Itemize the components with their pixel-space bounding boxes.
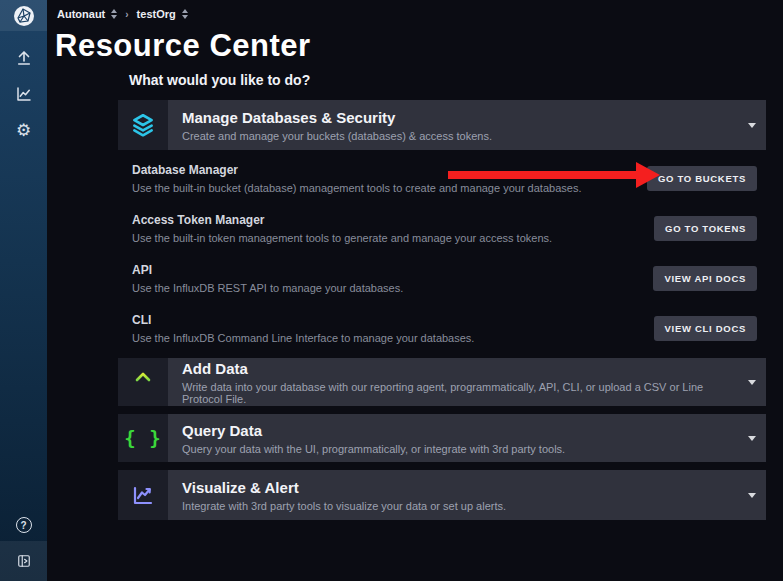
view-cli-docs-button[interactable]: VIEW CLI DOCS	[654, 316, 757, 341]
visualize-alert-description: Integrate with 3rd party tools to visual…	[182, 500, 738, 512]
add-data-title: Add Data	[182, 360, 738, 377]
upload-icon	[118, 358, 168, 406]
row-description: Use the built-in token management tools …	[132, 232, 552, 244]
go-to-buckets-button[interactable]: GO TO BUCKETS	[647, 166, 757, 191]
red-arrow-annotation	[448, 162, 660, 188]
breadcrumb-org[interactable]: Autonaut	[57, 8, 117, 20]
layers-icon	[118, 100, 168, 150]
org-switcher-icon	[111, 9, 117, 19]
row-title: CLI	[132, 313, 474, 327]
suborg-switcher-icon	[182, 9, 188, 19]
manage-detail-rows: Database Manager Use the built-in bucket…	[118, 153, 766, 353]
view-api-docs-button[interactable]: VIEW API DOCS	[653, 266, 757, 291]
add-data-description: Write data into your database with our r…	[182, 381, 738, 405]
manage-databases-panel[interactable]: Manage Databases & Security Create and m…	[118, 100, 766, 150]
row-title: Access Token Manager	[132, 213, 552, 227]
expand-sidebar-button[interactable]	[0, 541, 47, 581]
page-title: Resource Center	[55, 28, 311, 64]
manage-panel-title: Manage Databases & Security	[182, 109, 738, 126]
help-icon[interactable]: ?	[16, 517, 32, 533]
graph-nav-icon[interactable]	[13, 83, 35, 105]
collapse-caret-icon[interactable]	[738, 100, 766, 150]
braces-icon: { }	[118, 414, 168, 462]
breadcrumb-separator: ›	[125, 9, 128, 20]
influxdb-logo[interactable]	[0, 0, 47, 31]
topbar: Autonaut › testOrg	[47, 0, 783, 28]
visualize-alert-title: Visualize & Alert	[182, 479, 738, 496]
database-manager-row: Database Manager Use the built-in bucket…	[118, 153, 766, 203]
chart-line-icon	[118, 470, 168, 520]
add-data-panel[interactable]: Add Data Write data into your database w…	[118, 358, 766, 406]
upload-nav-icon[interactable]	[13, 47, 35, 69]
breadcrumb-suborg[interactable]: testOrg	[137, 8, 188, 20]
page-subtitle: What would you like to do?	[129, 72, 310, 88]
collapse-caret-icon[interactable]	[738, 358, 766, 406]
visualize-alert-panel[interactable]: Visualize & Alert Integrate with 3rd par…	[118, 470, 766, 520]
query-data-description: Query your data with the UI, programmati…	[182, 443, 738, 455]
cli-row: CLI Use the InfluxDB Command Line Interf…	[118, 303, 766, 353]
collapse-caret-icon[interactable]	[738, 470, 766, 520]
collapse-caret-icon[interactable]	[738, 414, 766, 462]
sidebar: ⚙ ?	[0, 0, 47, 581]
go-to-tokens-button[interactable]: GO TO TOKENS	[654, 216, 757, 241]
api-row: API Use the InfluxDB REST API to manage …	[118, 253, 766, 303]
expand-sidebar-icon	[17, 554, 31, 568]
query-data-panel[interactable]: { } Query Data Query your data with the …	[118, 414, 766, 462]
gear-icon[interactable]: ⚙	[13, 119, 35, 141]
row-title: API	[132, 263, 403, 277]
row-description: Use the InfluxDB Command Line Interface …	[132, 332, 474, 344]
manage-panel-description: Create and manage your buckets (database…	[182, 130, 738, 142]
row-description: Use the InfluxDB REST API to manage your…	[132, 282, 403, 294]
query-data-title: Query Data	[182, 422, 738, 439]
access-token-manager-row: Access Token Manager Use the built-in to…	[118, 203, 766, 253]
influxdb-logo-icon	[12, 4, 36, 28]
